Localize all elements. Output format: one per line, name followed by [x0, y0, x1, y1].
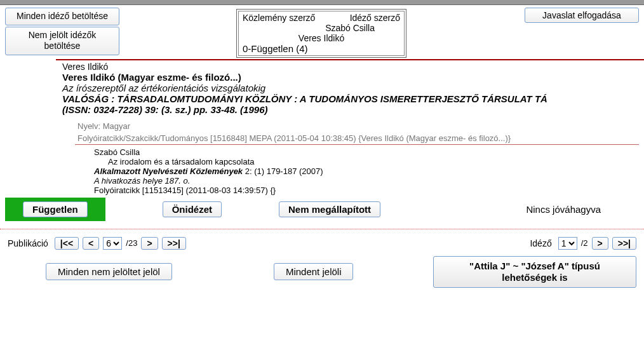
- pub-language: Nyelv: Magyar: [77, 121, 639, 131]
- pub-journal: VALÓSÁG : TÁRSADALOMTUDOMÁNYI KÖZLÖNY : …: [62, 93, 639, 104]
- independent-wrap: Független: [5, 198, 105, 221]
- approval-status: Nincs jóváhagyva: [526, 204, 601, 215]
- publication-block: Veres Ildikó Veres Ildikó (Magyar eszme-…: [62, 62, 639, 143]
- match-name-2: Veres Ildikó: [299, 33, 344, 43]
- dotted-divider: [0, 229, 644, 229]
- header-row: Minden idéző betöltése Nem jelölt idézők…: [0, 5, 644, 55]
- right-button-group: Javaslat elfogadása: [525, 8, 639, 23]
- top-bar: [0, 0, 644, 5]
- author-match-inner: Közlemény szerző Idéző szerző Szabó Csil…: [238, 11, 405, 56]
- cite-journal-name: Alkalmazott Nyelvészeti Közlemények: [94, 166, 243, 176]
- col-pub-author: Közlemény szerző: [243, 13, 315, 23]
- bottom-row: Minden nem jelöltet jelöl Mindent jelöli…: [0, 252, 644, 294]
- mark-all-unmarked-button[interactable]: Minden nem jelöltet jelöl: [46, 263, 172, 280]
- cite-meta: Folyóiratcikk [11513415] (2011-08-03 14:…: [94, 186, 644, 195]
- cite-journal-line: Alkalmazott Nyelvészeti Közlemények 2: (…: [94, 166, 644, 176]
- not-determined-button[interactable]: Nem megállapított: [279, 201, 380, 217]
- pub-meta: Folyóiratcikk/Szakcikk/Tudományos [15168…: [77, 133, 639, 143]
- pub-subtitle: Az írószereptől az értékorientációs vizs…: [62, 83, 639, 93]
- cite-ref-location: A hivatkozás helye 187. o.: [94, 176, 644, 186]
- load-all-citers-button[interactable]: Minden idéző betöltése: [5, 8, 119, 25]
- action-row: Független Önidézet Nem megállapított Nin…: [0, 195, 644, 224]
- col-citer-author: Idéző szerző: [350, 13, 400, 23]
- citer-last-button[interactable]: >>|: [612, 237, 636, 250]
- pub-page-select[interactable]: 6: [103, 237, 122, 250]
- citation-block: Szabó Csilla Az irodalom és a társadalom…: [94, 147, 644, 195]
- cite-journal-rest: 2: (1) 179-187 (2007): [243, 166, 323, 176]
- citer-pager-label: Idéző: [530, 238, 551, 248]
- match-footer: 0-Független (4): [243, 43, 308, 54]
- divider: [56, 59, 644, 60]
- cite-title: Az irodalom és a társadalom kapcsolata: [94, 157, 644, 166]
- pub-prev-button[interactable]: <: [83, 237, 99, 250]
- pub-author: Veres Ildikó: [62, 62, 639, 72]
- load-unmarked-citers-button[interactable]: Nem jelölt idézők betöltése: [5, 27, 119, 55]
- pub-pager-label: Publikáció: [8, 238, 48, 248]
- pub-title: Veres Ildikó (Magyar eszme- és filozó...…: [62, 72, 639, 83]
- pub-first-button[interactable]: |<<: [55, 237, 79, 250]
- pub-issn-line: (ISSN: 0324-7228) 39: (3. sz.) pp. 33-48…: [62, 104, 639, 115]
- divider-thin: [75, 144, 639, 145]
- left-button-group: Minden idéző betöltése Nem jelölt idézők…: [5, 8, 119, 55]
- independent-button[interactable]: Független: [23, 201, 88, 217]
- citer-page-total: /2: [581, 238, 588, 248]
- accept-suggestion-button[interactable]: Javaslat elfogadása: [525, 8, 639, 23]
- pub-next-button[interactable]: >: [141, 237, 158, 250]
- author-match-box: Közlemény szerző Idéző szerző Szabó Csil…: [236, 9, 406, 58]
- citer-page-select[interactable]: 1: [558, 237, 577, 250]
- self-cite-button[interactable]: Önidézet: [163, 201, 222, 217]
- match-name-1: Szabó Csilla: [325, 23, 375, 33]
- citer-next-button[interactable]: >: [592, 237, 608, 250]
- pub-last-button[interactable]: >>|: [162, 237, 186, 250]
- pub-page-total: /23: [126, 238, 137, 248]
- tilde-options-button[interactable]: "Attila J" ~ "József A" típusú lehetőség…: [433, 256, 636, 288]
- cite-author: Szabó Csilla: [94, 147, 644, 157]
- pager-row: Publikáció |<< < 6 /23 > >>| Idéző 1 /2 …: [0, 234, 644, 252]
- mark-all-button[interactable]: Mindent jelöli: [274, 263, 354, 280]
